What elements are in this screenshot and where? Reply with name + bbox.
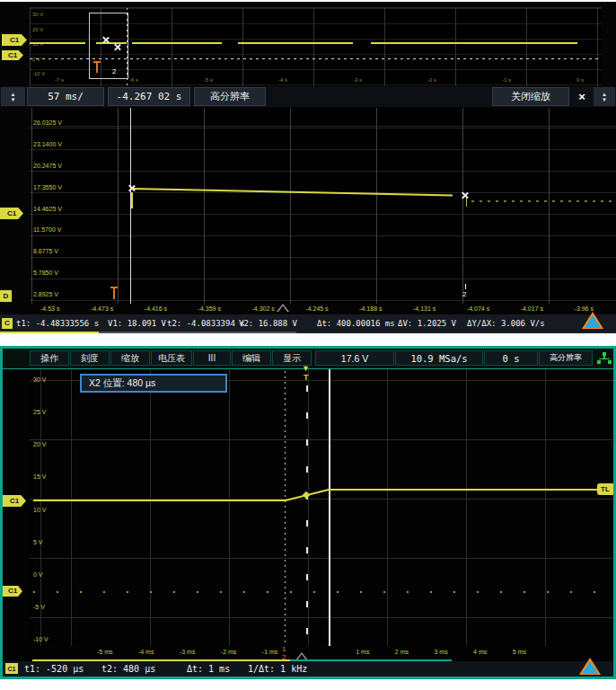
- main-trace: [132, 188, 453, 196]
- zoom-y-axis: 26.0325 V 23.1400 V 20.2475 V 17.3550 V …: [33, 119, 62, 297]
- cursor-tooltip: X2 位置: 480 µs: [80, 374, 227, 393]
- overview-y-label: 20 V: [32, 27, 45, 32]
- acquisition-mode-cell[interactable]: 高分辨率: [194, 87, 266, 106]
- readout-group: 17.6 V 10.9 MSa/s 0 s 高分辨率: [315, 350, 593, 366]
- zoom-y-label: 2.8925 V: [33, 291, 62, 297]
- logo-inner-triangle: [582, 661, 598, 674]
- channel-badge-c1-main[interactable]: C1: [0, 208, 23, 219]
- overview-x-label: -6 s: [129, 77, 138, 83]
- plot-x-label: 3 ms: [434, 649, 447, 655]
- overview-trigger-marker[interactable]: [96, 62, 98, 73]
- zoom-window-box[interactable]: [89, 13, 128, 79]
- trigger-position-triangle[interactable]: [277, 304, 289, 312]
- measure2-t2: t2: 480 µs: [101, 664, 155, 674]
- cursor2-time-label[interactable]: 2: [462, 290, 466, 298]
- zoom-y-label: 17.3550 V: [33, 184, 62, 190]
- menu-button-group: 操作 刻度 缩放 电压表 III 编辑 显示: [30, 350, 312, 366]
- channel-badge-c1-ground2[interactable]: C1: [3, 586, 22, 597]
- cursor1-axis-label[interactable]: 1: [282, 645, 286, 653]
- close-icon[interactable]: ×: [571, 87, 593, 106]
- vertical-scale-stepper[interactable]: ▲▼: [1, 87, 25, 106]
- down-arrow-icon: ▼: [11, 97, 16, 102]
- scroll-thumb-gray[interactable]: [99, 332, 296, 333]
- zoom-window-right-edge[interactable]: [127, 8, 128, 86]
- overview-x-axis: -7 s -6 s -5 s -4 s -3 s -2 s -1 s 0 s: [55, 77, 584, 83]
- zoom-timebase-cell[interactable]: 57 ms/: [27, 87, 104, 106]
- measure-dv: ΔV: 1.2025 V: [398, 319, 456, 328]
- measure-channel-badge: C: [2, 318, 13, 329]
- measure-v2: V2: 16.888 V: [239, 319, 297, 328]
- vendor-logo: [582, 312, 605, 330]
- measure2-freq: 1/Δt: 1 kHz: [248, 664, 307, 674]
- zoom-y-label: 20.2475 V: [33, 163, 62, 169]
- overview-x-label: -5 s: [204, 77, 213, 83]
- measure-slope: ΔY/ΔX: 3.006 V/s: [467, 319, 545, 328]
- plot-x-label: -1 ms: [262, 649, 278, 655]
- zoom-x-label: -4.131 s: [413, 305, 436, 312]
- overview-y-axis: 30 V 20 V 10 V 0 V -10 V: [32, 12, 45, 76]
- cursor2-x-mark[interactable]: [461, 191, 469, 199]
- zoom-x-label: -4.416 s: [145, 305, 167, 312]
- network-icon[interactable]: [597, 352, 612, 365]
- plot-x-axis: -5 ms -4 ms -3 ms -2 ms -1 ms 1 ms 2 ms …: [97, 649, 526, 655]
- menu-item-2[interactable]: 刻度: [70, 350, 110, 366]
- menu-item-4[interactable]: 电压表: [151, 350, 192, 366]
- record-strip-teal[interactable]: [290, 659, 452, 661]
- zoom-y-label: 5.7850 V: [33, 270, 62, 276]
- measure-dt: Δt: 400.00016 ms: [317, 319, 395, 328]
- zoom-x-label: -4.302 s: [251, 305, 274, 312]
- menu-item-5[interactable]: III: [193, 350, 231, 366]
- overview-trace-segment: [132, 42, 222, 44]
- zoom-x-label: -4.473 s: [91, 305, 113, 312]
- record-strip-yellow[interactable]: [32, 659, 290, 661]
- zoom-y-label: 11.5700 V: [33, 226, 62, 233]
- logo-inner-triangle: [585, 315, 601, 328]
- cursor-measurement-bar2: C1 t1: -520 µs t2: 480 µs Δt: 1 ms 1/Δt:…: [3, 661, 613, 677]
- overview-cursor2-mark[interactable]: [113, 43, 121, 51]
- cursor-measurement-bar: C t1: -4.48333556 s V1: 18.091 V t2: -4.…: [0, 314, 616, 332]
- close-zoom-button[interactable]: 关闭缩放: [492, 87, 569, 106]
- overview-x-label: -7 s: [55, 77, 64, 83]
- zoom-x-label: -4.53 s: [40, 305, 59, 312]
- vendor-logo2: [579, 658, 603, 676]
- scroll-thumb-yellow[interactable]: [0, 332, 99, 333]
- readout-mode[interactable]: 高分辨率: [539, 350, 593, 366]
- menu-item-6[interactable]: 编辑: [232, 350, 271, 366]
- channel-badge-c1-ground[interactable]: C1: [2, 50, 23, 60]
- cursor1-x-mark[interactable]: [128, 184, 136, 192]
- zoom-y-label: 14.4625 V: [33, 206, 62, 212]
- zoom-x-label: -4.245 s: [305, 305, 328, 312]
- channel1-trace: [30, 369, 613, 646]
- plot-x-label: 2 ms: [395, 649, 409, 655]
- measure-v1: V1: 18.091 V: [108, 319, 166, 328]
- channel-badge-c1-level[interactable]: C1: [3, 495, 26, 507]
- oscilloscope-screen-bottom: 操作 刻度 缩放 电压表 III 编辑 显示 17.6 V 10.9 MSa/s…: [0, 346, 616, 679]
- zoom-x-label: -4.359 s: [198, 305, 221, 312]
- zoom-plot-area: 26.0325 V 23.1400 V 20.2475 V 17.3550 V …: [30, 108, 616, 304]
- plot-x-label: -2 ms: [221, 649, 237, 655]
- channel-badge-c1-overview[interactable]: C1: [2, 34, 27, 46]
- zoom-position-cell[interactable]: -4.267 02 s: [108, 87, 190, 106]
- main-trace-continuation: [471, 200, 616, 202]
- trigger-level-badge[interactable]: TL: [597, 483, 613, 495]
- readout-sample-rate[interactable]: 10.9 MSa/s: [395, 350, 483, 366]
- zoom-x-axis: -4.53 s -4.473 s -4.416 s -4.359 s -4.30…: [40, 305, 594, 312]
- overview-x-label: -4 s: [278, 77, 287, 83]
- overview-cursor1-mark[interactable]: [101, 36, 110, 44]
- menu-item-1[interactable]: 操作: [30, 350, 69, 366]
- cursor1-time-marker-cap: [110, 287, 118, 288]
- channel1-ground-dots: [33, 591, 608, 593]
- menu-item-3[interactable]: 缩放: [110, 350, 150, 366]
- screenshot-stage: 30 V 20 V 10 V 0 V -10 V -7 s -6 s -5 s …: [0, 0, 616, 690]
- overview-y-label: 30 V: [32, 12, 45, 17]
- measure2-t1: t1: -520 µs: [24, 664, 84, 674]
- cursor1-drop-tick: [131, 192, 133, 208]
- readout-delay[interactable]: 0 s: [484, 350, 538, 366]
- measure-t2: t2: -4.0833394 s: [167, 319, 245, 328]
- digital-badge[interactable]: D: [0, 290, 12, 302]
- right-scale-stepper[interactable]: ▲▼: [594, 87, 615, 106]
- overview-band: 30 V 20 V 10 V 0 V -10 V -7 s -6 s -5 s …: [30, 7, 602, 87]
- overview-x-label: -2 s: [427, 77, 436, 83]
- readout-voltage[interactable]: 17.6 V: [315, 350, 394, 366]
- cursor1-time-marker[interactable]: [113, 288, 115, 299]
